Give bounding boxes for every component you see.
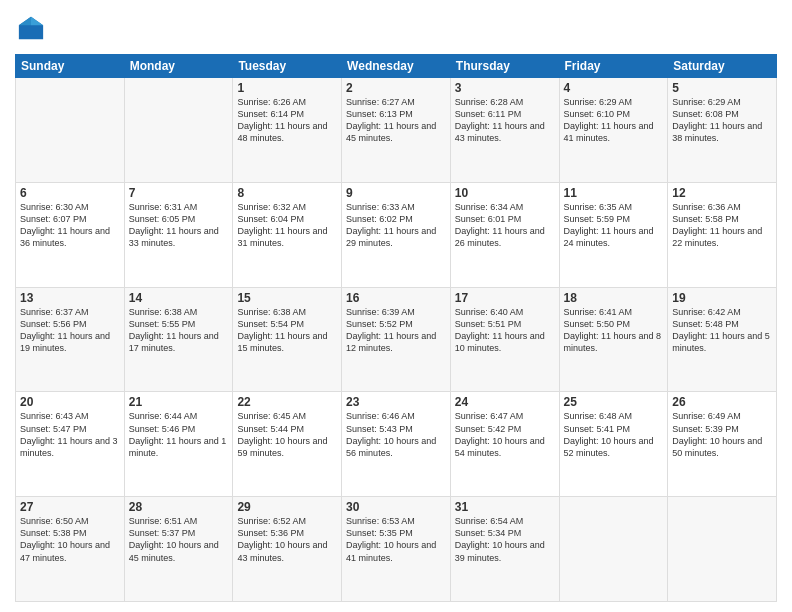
day-number: 25	[564, 395, 664, 409]
day-number: 4	[564, 81, 664, 95]
day-number: 7	[129, 186, 229, 200]
cell-details: Sunrise: 6:47 AM Sunset: 5:42 PM Dayligh…	[455, 410, 555, 459]
calendar-cell: 22Sunrise: 6:45 AM Sunset: 5:44 PM Dayli…	[233, 392, 342, 497]
cell-details: Sunrise: 6:26 AM Sunset: 6:14 PM Dayligh…	[237, 96, 337, 145]
day-number: 5	[672, 81, 772, 95]
day-number: 17	[455, 291, 555, 305]
calendar-body: 1Sunrise: 6:26 AM Sunset: 6:14 PM Daylig…	[16, 78, 777, 602]
calendar-cell: 21Sunrise: 6:44 AM Sunset: 5:46 PM Dayli…	[124, 392, 233, 497]
cell-details: Sunrise: 6:41 AM Sunset: 5:50 PM Dayligh…	[564, 306, 664, 355]
day-number: 12	[672, 186, 772, 200]
day-number: 28	[129, 500, 229, 514]
calendar-cell: 19Sunrise: 6:42 AM Sunset: 5:48 PM Dayli…	[668, 287, 777, 392]
calendar-cell: 7Sunrise: 6:31 AM Sunset: 6:05 PM Daylig…	[124, 182, 233, 287]
calendar-cell: 18Sunrise: 6:41 AM Sunset: 5:50 PM Dayli…	[559, 287, 668, 392]
day-number: 29	[237, 500, 337, 514]
weekday-header: Tuesday	[233, 55, 342, 78]
day-number: 3	[455, 81, 555, 95]
calendar-cell: 4Sunrise: 6:29 AM Sunset: 6:10 PM Daylig…	[559, 78, 668, 183]
weekday-header: Wednesday	[342, 55, 451, 78]
calendar-cell: 5Sunrise: 6:29 AM Sunset: 6:08 PM Daylig…	[668, 78, 777, 183]
day-number: 18	[564, 291, 664, 305]
cell-details: Sunrise: 6:28 AM Sunset: 6:11 PM Dayligh…	[455, 96, 555, 145]
cell-details: Sunrise: 6:43 AM Sunset: 5:47 PM Dayligh…	[20, 410, 120, 459]
cell-details: Sunrise: 6:52 AM Sunset: 5:36 PM Dayligh…	[237, 515, 337, 564]
calendar-cell	[668, 497, 777, 602]
header	[15, 10, 777, 46]
day-number: 22	[237, 395, 337, 409]
weekday-header: Friday	[559, 55, 668, 78]
logo-icon	[17, 14, 45, 42]
cell-details: Sunrise: 6:27 AM Sunset: 6:13 PM Dayligh…	[346, 96, 446, 145]
cell-details: Sunrise: 6:49 AM Sunset: 5:39 PM Dayligh…	[672, 410, 772, 459]
day-number: 1	[237, 81, 337, 95]
cell-details: Sunrise: 6:50 AM Sunset: 5:38 PM Dayligh…	[20, 515, 120, 564]
calendar-cell	[16, 78, 125, 183]
day-number: 26	[672, 395, 772, 409]
calendar-cell: 26Sunrise: 6:49 AM Sunset: 5:39 PM Dayli…	[668, 392, 777, 497]
cell-details: Sunrise: 6:31 AM Sunset: 6:05 PM Dayligh…	[129, 201, 229, 250]
day-number: 11	[564, 186, 664, 200]
calendar-cell: 17Sunrise: 6:40 AM Sunset: 5:51 PM Dayli…	[450, 287, 559, 392]
cell-details: Sunrise: 6:48 AM Sunset: 5:41 PM Dayligh…	[564, 410, 664, 459]
calendar-cell	[124, 78, 233, 183]
cell-details: Sunrise: 6:33 AM Sunset: 6:02 PM Dayligh…	[346, 201, 446, 250]
calendar-cell: 9Sunrise: 6:33 AM Sunset: 6:02 PM Daylig…	[342, 182, 451, 287]
calendar-week-row: 6Sunrise: 6:30 AM Sunset: 6:07 PM Daylig…	[16, 182, 777, 287]
day-number: 16	[346, 291, 446, 305]
svg-marker-1	[31, 17, 43, 25]
calendar-cell: 15Sunrise: 6:38 AM Sunset: 5:54 PM Dayli…	[233, 287, 342, 392]
weekday-header: Saturday	[668, 55, 777, 78]
cell-details: Sunrise: 6:30 AM Sunset: 6:07 PM Dayligh…	[20, 201, 120, 250]
cell-details: Sunrise: 6:39 AM Sunset: 5:52 PM Dayligh…	[346, 306, 446, 355]
calendar-cell: 3Sunrise: 6:28 AM Sunset: 6:11 PM Daylig…	[450, 78, 559, 183]
cell-details: Sunrise: 6:37 AM Sunset: 5:56 PM Dayligh…	[20, 306, 120, 355]
day-number: 14	[129, 291, 229, 305]
day-number: 21	[129, 395, 229, 409]
calendar-header-row: SundayMondayTuesdayWednesdayThursdayFrid…	[16, 55, 777, 78]
calendar-cell: 25Sunrise: 6:48 AM Sunset: 5:41 PM Dayli…	[559, 392, 668, 497]
cell-details: Sunrise: 6:53 AM Sunset: 5:35 PM Dayligh…	[346, 515, 446, 564]
calendar-week-row: 13Sunrise: 6:37 AM Sunset: 5:56 PM Dayli…	[16, 287, 777, 392]
cell-details: Sunrise: 6:38 AM Sunset: 5:55 PM Dayligh…	[129, 306, 229, 355]
calendar-cell: 16Sunrise: 6:39 AM Sunset: 5:52 PM Dayli…	[342, 287, 451, 392]
calendar-cell: 20Sunrise: 6:43 AM Sunset: 5:47 PM Dayli…	[16, 392, 125, 497]
calendar-cell: 13Sunrise: 6:37 AM Sunset: 5:56 PM Dayli…	[16, 287, 125, 392]
weekday-header: Sunday	[16, 55, 125, 78]
calendar-cell: 12Sunrise: 6:36 AM Sunset: 5:58 PM Dayli…	[668, 182, 777, 287]
cell-details: Sunrise: 6:34 AM Sunset: 6:01 PM Dayligh…	[455, 201, 555, 250]
day-number: 10	[455, 186, 555, 200]
day-number: 20	[20, 395, 120, 409]
calendar-week-row: 1Sunrise: 6:26 AM Sunset: 6:14 PM Daylig…	[16, 78, 777, 183]
calendar-cell: 23Sunrise: 6:46 AM Sunset: 5:43 PM Dayli…	[342, 392, 451, 497]
cell-details: Sunrise: 6:29 AM Sunset: 6:08 PM Dayligh…	[672, 96, 772, 145]
calendar-cell	[559, 497, 668, 602]
cell-details: Sunrise: 6:32 AM Sunset: 6:04 PM Dayligh…	[237, 201, 337, 250]
page: SundayMondayTuesdayWednesdayThursdayFrid…	[0, 0, 792, 612]
logo	[15, 14, 45, 46]
day-number: 31	[455, 500, 555, 514]
calendar-cell: 29Sunrise: 6:52 AM Sunset: 5:36 PM Dayli…	[233, 497, 342, 602]
day-number: 27	[20, 500, 120, 514]
cell-details: Sunrise: 6:35 AM Sunset: 5:59 PM Dayligh…	[564, 201, 664, 250]
day-number: 9	[346, 186, 446, 200]
calendar-week-row: 20Sunrise: 6:43 AM Sunset: 5:47 PM Dayli…	[16, 392, 777, 497]
calendar-cell: 28Sunrise: 6:51 AM Sunset: 5:37 PM Dayli…	[124, 497, 233, 602]
day-number: 13	[20, 291, 120, 305]
calendar-cell: 6Sunrise: 6:30 AM Sunset: 6:07 PM Daylig…	[16, 182, 125, 287]
cell-details: Sunrise: 6:54 AM Sunset: 5:34 PM Dayligh…	[455, 515, 555, 564]
cell-details: Sunrise: 6:44 AM Sunset: 5:46 PM Dayligh…	[129, 410, 229, 459]
calendar-cell: 1Sunrise: 6:26 AM Sunset: 6:14 PM Daylig…	[233, 78, 342, 183]
cell-details: Sunrise: 6:46 AM Sunset: 5:43 PM Dayligh…	[346, 410, 446, 459]
calendar-table: SundayMondayTuesdayWednesdayThursdayFrid…	[15, 54, 777, 602]
calendar-cell: 30Sunrise: 6:53 AM Sunset: 5:35 PM Dayli…	[342, 497, 451, 602]
calendar-cell: 24Sunrise: 6:47 AM Sunset: 5:42 PM Dayli…	[450, 392, 559, 497]
day-number: 2	[346, 81, 446, 95]
day-number: 6	[20, 186, 120, 200]
calendar-cell: 8Sunrise: 6:32 AM Sunset: 6:04 PM Daylig…	[233, 182, 342, 287]
cell-details: Sunrise: 6:45 AM Sunset: 5:44 PM Dayligh…	[237, 410, 337, 459]
calendar-week-row: 27Sunrise: 6:50 AM Sunset: 5:38 PM Dayli…	[16, 497, 777, 602]
day-number: 15	[237, 291, 337, 305]
day-number: 30	[346, 500, 446, 514]
weekday-header: Thursday	[450, 55, 559, 78]
